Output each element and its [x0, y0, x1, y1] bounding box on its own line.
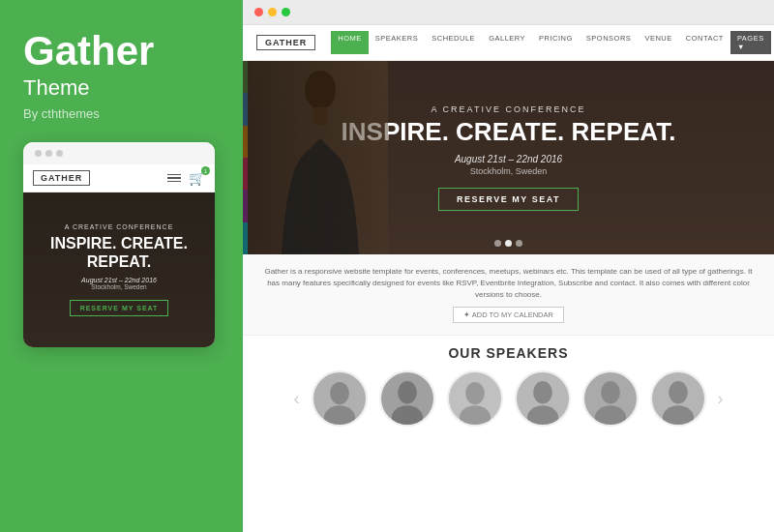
- svg-point-3: [330, 382, 349, 404]
- svg-point-15: [601, 381, 620, 403]
- speakers-row: ‹: [262, 370, 755, 427]
- mobile-topbar: [23, 142, 215, 164]
- mobile-hero-date: August 21st – 22nd 2016: [81, 277, 157, 283]
- hero-person: [243, 61, 388, 254]
- desktop-hero-date: August 21st – 22nd 2016: [455, 154, 562, 164]
- speakers-section: OUR SPEAKERS ‹: [243, 336, 774, 532]
- svg-rect-1: [313, 107, 327, 125]
- nav-venue[interactable]: VENUE: [638, 31, 678, 54]
- description-text: Gather is a responsive website template …: [262, 266, 755, 301]
- desktop-nav-links: HOME SPEAKERS SCHEDULE GALLERY PRICING S…: [331, 31, 770, 54]
- left-panel: Gather Theme By cththemes GATHER 🛒 1: [0, 0, 240, 532]
- mobile-dot-yellow: [45, 150, 52, 157]
- desktop-hero: A CREATIVE CONFERENCE INSPIRE. CREATE. R…: [243, 61, 774, 254]
- speaker-avatar-4[interactable]: [515, 370, 571, 427]
- mobile-mockup: GATHER 🛒 1 A CREATIVE CONFERENCE INSPIRE…: [23, 142, 215, 347]
- mobile-logo: GATHER: [33, 170, 90, 186]
- nav-contact[interactable]: CONTACT: [679, 31, 730, 54]
- mobile-dot-green: [56, 150, 63, 157]
- cart-icon[interactable]: 🛒 1: [189, 170, 205, 186]
- nav-pages[interactable]: PAGES ▼: [730, 31, 771, 54]
- hero-dot-2[interactable]: [505, 240, 512, 247]
- nav-gallery[interactable]: GALLERY: [482, 31, 532, 54]
- carousel-prev-arrow[interactable]: ‹: [294, 389, 300, 409]
- speaker-avatar-3[interactable]: [447, 370, 503, 427]
- nav-sponsors[interactable]: SPONSORS: [580, 31, 639, 54]
- desktop-site: GATHER HOME SPEAKERS SCHEDULE GALLERY PR…: [243, 25, 774, 532]
- add-calendar-button[interactable]: ✦ ADD TO MY CALENDAR: [453, 307, 564, 323]
- hero-dot-1[interactable]: [494, 240, 501, 247]
- nav-schedule[interactable]: SCHEDULE: [425, 31, 482, 54]
- mobile-hero-title: INSPIRE. CREATE. REPEAT.: [33, 234, 205, 271]
- browser-dot-red: [254, 8, 263, 16]
- svg-point-12: [533, 381, 552, 403]
- desktop-cta-button[interactable]: RESERVE MY SEAT: [438, 188, 579, 211]
- mobile-cta-button[interactable]: RESERVE MY SEAT: [70, 300, 169, 316]
- app-subtitle: Theme: [23, 75, 89, 101]
- mobile-dot-red: [35, 150, 42, 157]
- svg-point-18: [669, 381, 688, 403]
- app-author: By cththemes: [23, 106, 100, 121]
- svg-point-6: [398, 381, 417, 403]
- mobile-nav: GATHER 🛒 1: [23, 164, 215, 192]
- speaker-avatar-1[interactable]: [312, 370, 368, 427]
- speakers-title: OUR SPEAKERS: [262, 345, 755, 361]
- browser-dot-yellow: [268, 8, 277, 16]
- hero-dot-3[interactable]: [516, 240, 522, 247]
- browser-chrome: [243, 0, 774, 25]
- cart-badge: 1: [201, 166, 210, 175]
- mobile-hero-subtitle: A CREATIVE CONFERENCE: [65, 223, 174, 230]
- nav-pricing[interactable]: PRICING: [532, 31, 580, 54]
- browser-dot-green: [282, 8, 290, 16]
- hero-carousel-dots: [494, 240, 522, 247]
- desktop-hero-city: Stockholm, Sweden: [470, 166, 548, 176]
- speaker-avatar-2[interactable]: [379, 370, 435, 427]
- carousel-next-arrow[interactable]: ›: [718, 389, 724, 409]
- desktop-nav: GATHER HOME SPEAKERS SCHEDULE GALLERY PR…: [243, 25, 774, 61]
- nav-speakers[interactable]: SPEAKERS: [369, 31, 425, 54]
- desktop-hero-title: INSPIRE. CREATE. REPEAT.: [342, 118, 676, 146]
- nav-home[interactable]: HOME: [331, 31, 369, 54]
- svg-point-0: [305, 71, 336, 109]
- mobile-hero-city: Stockholm, Sweden: [91, 283, 146, 290]
- right-panel: GATHER HOME SPEAKERS SCHEDULE GALLERY PR…: [240, 0, 774, 532]
- mobile-hero: A CREATIVE CONFERENCE INSPIRE. CREATE. R…: [23, 192, 215, 347]
- app-title: Gather: [23, 29, 154, 74]
- description-section: Gather is a responsive website template …: [243, 254, 774, 336]
- speaker-avatar-6[interactable]: [650, 370, 706, 427]
- hamburger-icon[interactable]: [167, 174, 181, 183]
- desktop-logo: GATHER: [256, 35, 315, 50]
- desktop-hero-subtitle: A CREATIVE CONFERENCE: [432, 104, 586, 114]
- svg-point-9: [465, 382, 485, 404]
- speaker-avatar-5[interactable]: [582, 370, 639, 427]
